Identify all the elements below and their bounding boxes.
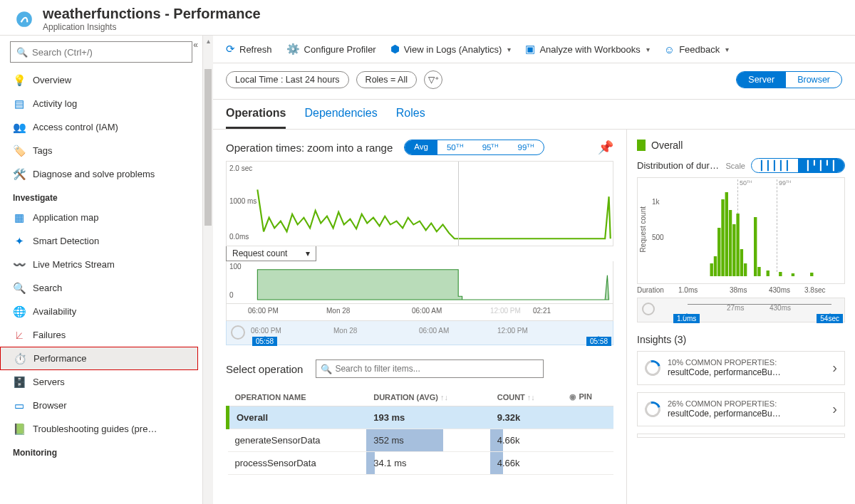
insights-heading: Insights (3) — [637, 334, 845, 345]
detection-icon: ✦ — [13, 235, 26, 248]
nav-servers[interactable]: 🗄️Servers — [0, 370, 198, 394]
page-title: weatherfunctions - Performance — [43, 6, 261, 22]
chevron-down-icon: ▾ — [725, 46, 729, 53]
section-monitoring: Monitoring — [0, 441, 198, 461]
sort-icon: ↑↓ — [527, 393, 535, 401]
insight-card[interactable]: 26% COMMON PROPERTIES:resultCode, perfor… — [637, 392, 845, 426]
operation-times-chart[interactable]: 2.0 sec 1000 ms 0.0ms — [226, 161, 613, 246]
nav-search[interactable]: 🔍Search — [0, 276, 198, 300]
operation-search[interactable]: 🔍 — [316, 359, 544, 378]
configure-profiler-button[interactable]: ⚙️Configure Profiler — [286, 43, 376, 56]
col-name[interactable]: OPERATION NAME — [228, 388, 367, 406]
table-row[interactable]: processSensorData 34.1 ms 4.66k — [228, 452, 614, 475]
request-count-chart[interactable]: 100 0 — [226, 261, 613, 304]
nav-live-metrics[interactable]: 〰️Live Metrics Stream — [0, 253, 198, 276]
table-row[interactable]: generateSensorData 352 ms 4.66k — [228, 429, 614, 452]
slider-handle-right[interactable]: 05:58 — [586, 337, 611, 346]
add-filter-button[interactable]: ▽⁺ — [424, 70, 442, 89]
insight-card[interactable] — [637, 434, 845, 438]
people-icon: 👥 — [13, 121, 26, 134]
scale-linear[interactable]: ┃┃┃┃┃ — [752, 159, 798, 172]
time-axis: 06:00 PM Mon 28 06:00 AM 12:00 PM 02:21 — [226, 304, 613, 321]
duration-histogram[interactable]: Request count 1k 500 50ᵀᴴ 99ᵀᴴ — [637, 177, 845, 284]
tab-roles[interactable]: Roles — [396, 107, 425, 129]
lightbulb-icon: 💡 — [13, 74, 26, 87]
svg-rect-16 — [792, 273, 794, 276]
chevron-right-icon: › — [832, 401, 837, 417]
nav-browser[interactable]: ▭Browser — [0, 394, 198, 417]
nav-activity-log[interactable]: ▤Activity log — [0, 92, 198, 115]
globe-icon: 🌐 — [13, 305, 26, 318]
dur-handle-left[interactable]: 1.0ms — [673, 314, 700, 323]
svg-marker-1 — [257, 270, 608, 300]
sidebar-scrollbar[interactable]: ▴ — [203, 36, 213, 504]
perc-99[interactable]: 99ᵀᴴ — [509, 140, 544, 154]
nav-access-control[interactable]: 👥Access control (IAM) — [0, 115, 198, 139]
toggle-browser[interactable]: Browser — [786, 72, 841, 88]
select-operation-heading: Select operation — [226, 363, 303, 375]
duration-axis: Duration 1.0ms 38ms 430ms 3.8sec — [637, 284, 845, 298]
nav-tags[interactable]: 🏷️Tags — [0, 139, 198, 162]
nav-diagnose[interactable]: 🛠️Diagnose and solve problems — [0, 162, 198, 186]
chevron-down-icon: ▾ — [507, 46, 511, 53]
toggle-server[interactable]: Server — [737, 72, 786, 88]
col-count[interactable]: COUNT ↑↓ — [490, 388, 563, 406]
analyze-workbooks-button[interactable]: ▣Analyze with Workbooks▾ — [525, 43, 649, 56]
sidebar-search-input[interactable] — [32, 47, 186, 58]
search-icon: 🔍 — [13, 282, 26, 295]
request-count-select[interactable]: Request count▾ — [226, 246, 316, 261]
dur-handle-right[interactable]: 54sec — [817, 314, 843, 323]
table-row-overall[interactable]: Overall 193 ms 9.32k — [228, 406, 614, 429]
pulse-icon: 〰️ — [13, 258, 26, 271]
roles-pill[interactable]: Roles = All — [356, 71, 417, 88]
nav-availability[interactable]: 🌐Availability — [0, 300, 198, 323]
pin-icon: ◉ — [569, 392, 576, 401]
operation-search-input[interactable] — [335, 364, 539, 374]
pin-icon[interactable]: 📌 — [598, 140, 613, 155]
percentile-toggle[interactable]: Avg 50ᵀᴴ 95ᵀᴴ 99ᵀᴴ — [404, 140, 544, 155]
server-icon: 🗄️ — [13, 376, 26, 389]
app-insights-logo-icon — [14, 9, 34, 29]
svg-rect-5 — [721, 199, 724, 276]
funnel-icon: ▽⁺ — [428, 75, 439, 85]
feedback-button[interactable]: ☺Feedback▾ — [664, 43, 729, 56]
perc-avg[interactable]: Avg — [405, 140, 437, 154]
nav-application-map[interactable]: ▦Application map — [0, 206, 198, 229]
search-icon: 🔍 — [321, 364, 332, 374]
performance-icon: ⏱️ — [14, 352, 26, 365]
gear-icon: ⚙️ — [286, 43, 300, 56]
section-investigate: Investigate — [0, 186, 198, 206]
sidebar-search[interactable]: 🔍 — [10, 41, 192, 63]
wrench-icon: 🛠️ — [13, 168, 26, 181]
collapse-sidebar-icon[interactable]: « — [193, 40, 198, 50]
nav-failures[interactable]: ⟀Failures — [0, 323, 198, 347]
svg-point-0 — [16, 11, 32, 27]
duration-range-slider[interactable]: 27ms 430ms 1.0ms 54sec — [637, 298, 845, 322]
refresh-button[interactable]: ⟳Refresh — [226, 43, 272, 56]
scale-log[interactable]: ┃╹┃╹┃ — [798, 159, 844, 172]
time-range-slider[interactable]: 06:00 PM Mon 28 06:00 AM 12:00 PM 05:58 … — [226, 321, 613, 345]
tab-operations[interactable]: Operations — [226, 107, 286, 129]
nav-smart-detection[interactable]: ✦Smart Detection — [0, 229, 198, 253]
perc-50[interactable]: 50ᵀᴴ — [437, 140, 473, 154]
svg-rect-14 — [767, 271, 770, 276]
donut-icon — [642, 357, 663, 379]
insight-card[interactable]: 10% COMMON PROPERTIES:resultCode, perfor… — [637, 351, 845, 385]
col-duration[interactable]: DURATION (AVG) ↑↓ — [366, 388, 489, 406]
nav-overview[interactable]: 💡Overview — [0, 68, 198, 92]
view-in-logs-button[interactable]: ⬢View in Logs (Analytics)▾ — [390, 43, 512, 56]
logs-icon: ⬢ — [390, 43, 400, 56]
browser-icon: ▭ — [13, 399, 26, 412]
time-range-pill[interactable]: Local Time : Last 24 hours — [226, 71, 349, 88]
slider-handle-left[interactable]: 05:58 — [252, 337, 277, 346]
svg-rect-17 — [810, 273, 813, 276]
nav-performance[interactable]: ⏱️Performance — [0, 347, 198, 370]
scale-toggle[interactable]: ┃┃┃┃┃ ┃╹┃╹┃ — [751, 158, 845, 173]
svg-rect-6 — [725, 192, 728, 276]
svg-rect-2 — [710, 263, 713, 276]
nav-troubleshooting[interactable]: 📗Troubleshooting guides (pre… — [0, 417, 198, 441]
perc-95[interactable]: 95ᵀᴴ — [473, 140, 509, 154]
tab-dependencies[interactable]: Dependencies — [304, 107, 377, 129]
col-pin[interactable]: ◉ PIN — [562, 388, 613, 406]
server-browser-toggle[interactable]: Server Browser — [736, 71, 842, 88]
